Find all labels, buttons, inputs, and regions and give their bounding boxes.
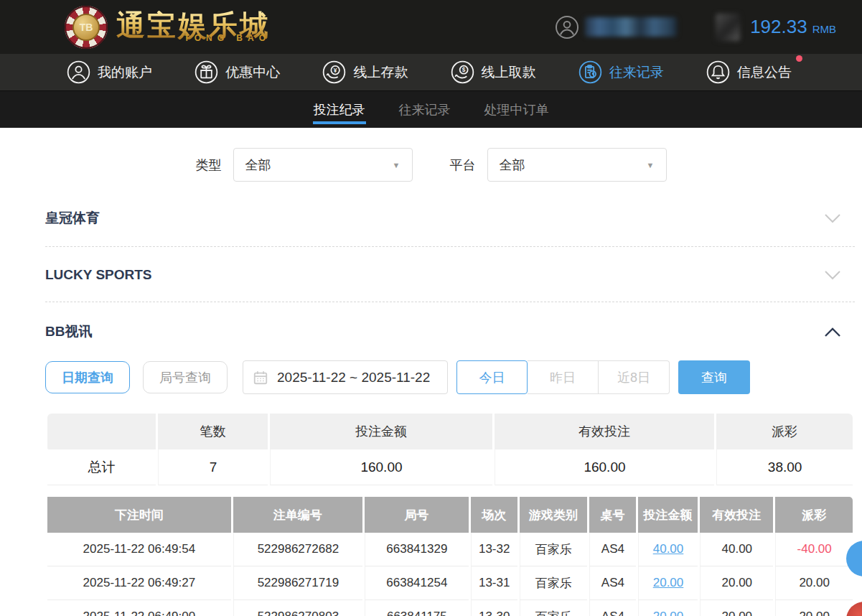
- calendar-icon: [253, 370, 268, 386]
- bet-table-id: AS4: [589, 600, 636, 616]
- bet-order-id: 522986271719: [233, 566, 362, 600]
- bet-amount-cell: 20.00: [638, 600, 698, 616]
- balance-amount: 192.33: [750, 16, 807, 38]
- date-range-picker[interactable]: 2025-11-22 ~ 2025-11-22: [243, 360, 448, 394]
- nav-item-transaction-records[interactable]: 往来记录: [578, 60, 664, 84]
- nav-item-online-withdrawal[interactable]: $ 线上取款: [451, 60, 536, 84]
- nav-label: 信息公告: [737, 63, 792, 82]
- bet-payout: 20.00: [775, 600, 853, 616]
- bet-session: 13-30: [471, 600, 517, 616]
- chevron-down-icon: [825, 214, 840, 223]
- search-button[interactable]: 查询: [678, 360, 750, 394]
- nav-label: 往来记录: [609, 63, 664, 82]
- summary-total-row: 总计 7 160.00 160.00 38.00: [47, 449, 853, 485]
- bet-row: 2025-11-22 06:49:00 522986270803 6638411…: [47, 600, 853, 616]
- summary-total-label: 总计: [47, 449, 156, 485]
- caret-down-icon: ▼: [647, 161, 655, 169]
- notification-dot: [796, 55, 802, 62]
- platform-filter: 平台 全部 ▼: [450, 148, 667, 182]
- platform-filter-label: 平台: [450, 157, 476, 174]
- summary-total-bet-amount: 160.00: [270, 449, 492, 485]
- bet-table-id: AS4: [589, 533, 636, 566]
- section-title: 皇冠体育: [45, 209, 100, 228]
- bet-game-type: 百家乐: [520, 600, 587, 616]
- platform-select[interactable]: 全部 ▼: [487, 148, 667, 182]
- bet-session: 13-32: [471, 533, 517, 566]
- bet-valid-amount: 40.00: [700, 533, 773, 566]
- bet-round-id: 663841175: [365, 600, 469, 616]
- bet-payout: -40.00: [775, 533, 853, 566]
- bet-amount-cell: 40.00: [638, 533, 698, 566]
- summary-header-valid-bet: 有效投注: [495, 414, 714, 449]
- quick-range-last8days[interactable]: 近8日: [599, 360, 670, 394]
- tab-transaction-records[interactable]: 往来记录: [398, 91, 451, 128]
- summary-total-payout: 38.00: [716, 449, 853, 485]
- nav-item-announcements[interactable]: 信息公告: [706, 60, 792, 84]
- quick-range-today[interactable]: 今日: [456, 360, 528, 394]
- site-logo[interactable]: TB 通宝娱乐城 TONG BAO: [65, 6, 271, 49]
- type-filter: 类型 全部 ▼: [196, 148, 413, 182]
- bet-amount-link[interactable]: 20.00: [653, 610, 684, 616]
- bet-valid-amount: 20.00: [700, 600, 773, 616]
- chevron-down-icon: [825, 271, 840, 280]
- brand-text-block: 通宝娱乐城 TONG BAO: [116, 11, 271, 43]
- gift-icon: [195, 60, 218, 84]
- nav-label: 优惠中心: [225, 63, 280, 82]
- record-subtabs: 投注纪录 往来记录 处理中订单: [0, 91, 862, 128]
- bets-header-cell: 场次: [471, 497, 517, 533]
- svg-text:¥: ¥: [334, 67, 337, 74]
- summary-total-valid-bet: 160.00: [495, 449, 714, 485]
- type-select[interactable]: 全部 ▼: [233, 148, 413, 182]
- summary-table: 笔数 投注金额 有效投注 派彩 总计 7 160.00 160.00 38.00: [45, 414, 855, 485]
- caret-down-icon: ▼: [393, 161, 400, 169]
- section-title: LUCKY SPORTS: [45, 267, 152, 283]
- tab-bet-records[interactable]: 投注纪录: [313, 91, 366, 128]
- summary-header-bet-amount: 投注金额: [270, 414, 492, 449]
- poker-chip-logo-icon: TB: [65, 6, 108, 49]
- nav-item-promotions[interactable]: 优惠中心: [195, 60, 280, 84]
- bet-payout: 20.00: [775, 566, 853, 600]
- deposit-hand-coin-icon: ¥: [322, 60, 346, 84]
- bets-header-cell: 注单编号: [233, 497, 362, 533]
- bets-header-cell: 游戏类别: [520, 497, 587, 533]
- bet-order-id: 522986272682: [233, 533, 362, 566]
- section-header-crown-sports[interactable]: 皇冠体育: [45, 189, 855, 247]
- bet-amount-link[interactable]: 40.00: [653, 542, 684, 556]
- main-content: 类型 全部 ▼ 平台 全部 ▼ 皇冠体育 LUCKY SPORTS BB视讯 日…: [0, 128, 862, 616]
- withdraw-hand-coin-icon: $: [451, 60, 474, 84]
- quick-range-yesterday[interactable]: 昨日: [528, 360, 599, 394]
- bets-header-row: 下注时间注单编号局号场次游戏类别桌号投注金额有效投注派彩: [47, 497, 853, 533]
- filter-row: 类型 全部 ▼ 平台 全部 ▼: [45, 148, 817, 182]
- type-select-value: 全部: [245, 157, 271, 174]
- bet-session: 13-31: [471, 566, 517, 600]
- username-blurred[interactable]: [585, 17, 677, 37]
- tab-pending-orders[interactable]: 处理中订单: [484, 91, 550, 128]
- bet-amount-link[interactable]: 20.00: [653, 576, 684, 589]
- balance-currency: RMB: [812, 23, 836, 35]
- chevron-up-icon: [825, 327, 840, 337]
- summary-total-count: 7: [158, 449, 268, 485]
- section-header-bb-live[interactable]: BB视讯: [45, 302, 855, 341]
- nav-item-online-deposit[interactable]: ¥ 线上存款: [322, 60, 408, 84]
- bet-row: 2025-11-22 06:49:27 522986271719 6638412…: [47, 566, 853, 600]
- bet-time: 2025-11-22 06:49:00: [47, 600, 231, 616]
- bet-game-type: 百家乐: [520, 533, 587, 566]
- nav-label: 线上存款: [353, 63, 408, 82]
- round-query-button[interactable]: 局号查询: [143, 361, 228, 393]
- user-circle-icon: [67, 60, 90, 84]
- bet-time: 2025-11-22 06:49:27: [47, 566, 231, 600]
- section-header-lucky-sports[interactable]: LUCKY SPORTS: [45, 247, 855, 302]
- bet-row: 2025-11-22 06:49:54 522986272682 6638413…: [47, 533, 853, 566]
- query-toolbar: 日期查询 局号查询 2025-11-22 ~ 2025-11-22 今日 昨日 …: [45, 360, 855, 394]
- bet-valid-amount: 20.00: [700, 566, 773, 600]
- bets-header-cell: 局号: [365, 497, 469, 533]
- summary-header-blank: [47, 414, 156, 449]
- bet-records-table: 下注时间注单编号局号场次游戏类别桌号投注金额有效投注派彩 2025-11-22 …: [45, 497, 855, 616]
- user-avatar-icon[interactable]: [555, 15, 579, 39]
- date-query-button[interactable]: 日期查询: [45, 361, 130, 393]
- nav-label: 我的账户: [98, 63, 152, 82]
- bets-header-cell: 投注金额: [638, 497, 698, 533]
- section-title: BB视讯: [45, 322, 92, 341]
- nav-item-my-account[interactable]: 我的账户: [67, 60, 152, 84]
- topbar-user-area: 192.33 RMB: [555, 14, 836, 41]
